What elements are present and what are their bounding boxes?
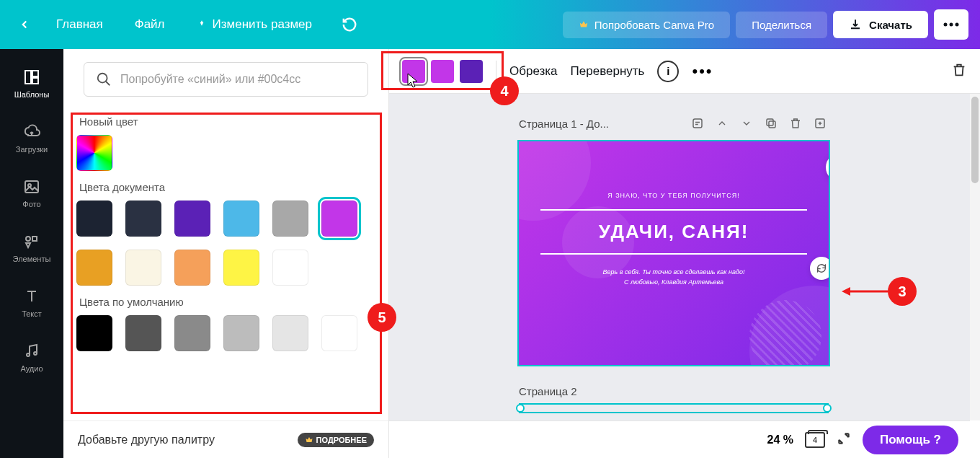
page-up-icon[interactable] xyxy=(713,115,731,132)
palette-more-label: ПОДРОБНЕЕ xyxy=(316,436,367,444)
doc-swatch[interactable] xyxy=(125,250,161,286)
file-menu[interactable]: Файл xyxy=(122,12,178,38)
default-swatch[interactable] xyxy=(76,315,112,351)
page-down-icon[interactable] xyxy=(738,115,755,132)
help-button[interactable]: Помощь ? xyxy=(863,426,958,454)
nav-uploads[interactable]: Загрузки xyxy=(0,111,63,166)
doc-swatch[interactable] xyxy=(223,250,259,286)
canvas-page-2[interactable] xyxy=(519,403,829,413)
svg-marker-18 xyxy=(842,287,850,296)
page-add-icon[interactable] xyxy=(811,115,829,132)
download-label: Скачать xyxy=(869,19,912,31)
add-comment-button[interactable] xyxy=(826,153,829,182)
doc-swatch[interactable] xyxy=(272,250,308,286)
annotation-4: 4 xyxy=(490,76,519,105)
svg-point-10 xyxy=(27,353,30,356)
toolbar-more-button[interactable]: ••• xyxy=(692,62,713,81)
doc-swatch[interactable] xyxy=(76,201,112,237)
download-button[interactable]: Скачать xyxy=(833,11,928,38)
resize-label: Изменить размер xyxy=(213,17,313,32)
default-swatch[interactable] xyxy=(174,315,210,351)
svg-rect-15 xyxy=(767,119,773,125)
annotation-3: 3 xyxy=(888,277,917,306)
annotation-5: 5 xyxy=(368,303,396,332)
doc-swatch[interactable] xyxy=(125,201,161,237)
doc-swatch[interactable] xyxy=(321,201,357,237)
palette-more-button[interactable]: ПОДРОБНЕЕ xyxy=(298,433,374,447)
default-swatch[interactable] xyxy=(125,315,161,351)
add-palette-link[interactable]: Добавьте другую палитру xyxy=(78,433,215,446)
page1-title: Страница 1 - До... xyxy=(519,118,682,130)
svg-rect-5 xyxy=(32,78,38,84)
card-sub1: Верь в себя. Ты точно все сделаешь как н… xyxy=(540,268,807,278)
nav-uploads-label: Загрузки xyxy=(16,145,48,154)
svg-rect-14 xyxy=(769,121,775,128)
try-pro-button[interactable]: Попробовать Canva Pro xyxy=(563,12,730,38)
svg-rect-4 xyxy=(32,71,38,76)
default-colors-heading: Цвета по умолчанию xyxy=(79,296,375,308)
undo-button[interactable] xyxy=(337,12,362,38)
back-button[interactable] xyxy=(12,12,37,38)
nav-elements-label: Элементы xyxy=(13,255,51,263)
doc-swatch[interactable] xyxy=(174,250,210,286)
toolbar-color-swatch[interactable] xyxy=(431,60,454,83)
resize-button[interactable]: Изменить размер xyxy=(184,12,326,38)
info-button[interactable]: i xyxy=(657,61,679,82)
page-notes-icon[interactable] xyxy=(689,115,706,132)
vertical-scrollbar[interactable] xyxy=(970,94,980,420)
share-button[interactable]: Поделиться xyxy=(736,12,827,38)
color-search-input[interactable] xyxy=(120,73,356,86)
svg-point-12 xyxy=(98,74,107,83)
page-count-button[interactable]: 4 xyxy=(805,432,825,448)
default-swatch[interactable] xyxy=(272,315,308,351)
svg-point-2 xyxy=(956,23,959,27)
svg-rect-9 xyxy=(32,237,37,241)
search-icon xyxy=(96,71,112,87)
default-swatch[interactable] xyxy=(321,315,357,351)
toolbar-color-swatch[interactable] xyxy=(402,60,425,83)
color-search[interactable] xyxy=(84,62,368,97)
sync-button[interactable] xyxy=(810,257,829,280)
doc-swatch[interactable] xyxy=(76,250,112,286)
svg-rect-3 xyxy=(25,71,31,84)
new-color-heading: Новый цвет xyxy=(79,115,375,128)
crop-button[interactable]: Обрезка xyxy=(509,64,558,79)
flip-button[interactable]: Перевернуть xyxy=(571,64,645,79)
nav-text[interactable]: Текст xyxy=(0,276,63,330)
doc-swatch[interactable] xyxy=(223,201,259,237)
svg-rect-6 xyxy=(25,181,38,193)
doc-swatch[interactable] xyxy=(174,201,210,237)
try-pro-label: Попробовать Canva Pro xyxy=(594,19,714,31)
page-duplicate-icon[interactable] xyxy=(762,115,780,132)
zoom-level[interactable]: 24 % xyxy=(767,433,793,446)
nav-templates-label: Шаблоны xyxy=(14,90,50,99)
delete-button[interactable] xyxy=(951,62,967,81)
svg-point-0 xyxy=(944,23,948,27)
nav-photos[interactable]: Фото xyxy=(0,166,63,221)
nav-text-label: Текст xyxy=(22,309,42,318)
doc-swatch[interactable] xyxy=(272,201,308,237)
card-top-line: Я ЗНАЮ, ЧТО У ТЕБЯ ПОЛУЧИТСЯ! xyxy=(540,192,807,199)
home-menu[interactable]: Главная xyxy=(43,12,116,38)
new-color-picker[interactable] xyxy=(76,135,112,171)
page-delete-icon[interactable] xyxy=(787,115,804,132)
nav-photos-label: Фото xyxy=(22,200,40,208)
nav-audio-label: Аудио xyxy=(20,364,43,373)
doc-colors-heading: Цвета документа xyxy=(79,181,375,193)
canvas-page-1[interactable]: Я ЗНАЮ, ЧТО У ТЕБЯ ПОЛУЧИТСЯ! УДАЧИ, САН… xyxy=(519,141,829,365)
toolbar-color-swatch[interactable] xyxy=(460,60,483,83)
default-swatch[interactable] xyxy=(223,315,259,351)
fullscreen-button[interactable] xyxy=(837,431,851,449)
page2-title: Страница 2 xyxy=(519,385,829,397)
svg-point-11 xyxy=(34,352,37,355)
svg-point-8 xyxy=(26,237,30,241)
svg-rect-13 xyxy=(693,119,702,128)
nav-elements[interactable]: Элементы xyxy=(0,221,63,276)
svg-point-1 xyxy=(950,23,953,27)
nav-audio[interactable]: Аудио xyxy=(0,330,63,385)
nav-templates[interactable]: Шаблоны xyxy=(0,56,63,111)
header-more-button[interactable] xyxy=(934,9,968,40)
card-main-text: УДАЧИ, САНЯ! xyxy=(540,221,807,243)
card-sub2: С любовью, Клавдия Артемьева xyxy=(540,278,807,288)
